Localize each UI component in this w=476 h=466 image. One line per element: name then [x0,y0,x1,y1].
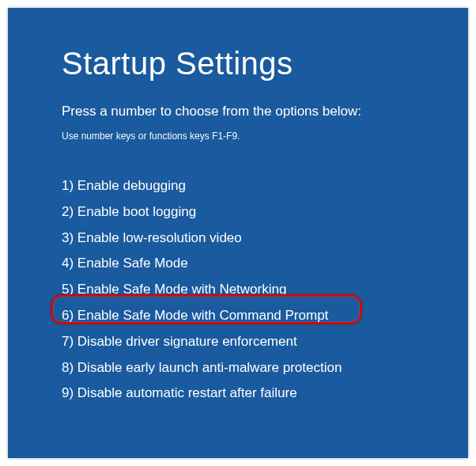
option-5-safe-mode-networking[interactable]: 5) Enable Safe Mode with Networking [62,280,468,299]
options-list: 1) Enable debugging 2) Enable boot loggi… [62,176,468,403]
option-2-boot-logging[interactable]: 2) Enable boot logging [62,203,468,222]
option-1-debugging[interactable]: 1) Enable debugging [62,176,468,195]
option-3-low-resolution[interactable]: 3) Enable low-resolution video [62,229,468,248]
hint-text: Use number keys or functions keys F1-F9. [62,131,468,142]
option-8-disable-antimalware[interactable]: 8) Disable early launch anti-malware pro… [62,358,468,377]
option-6-safe-mode-cmd[interactable]: 6) Enable Safe Mode with Command Prompt [62,306,468,325]
option-4-safe-mode[interactable]: 4) Enable Safe Mode [62,254,468,273]
page-title: Startup Settings [62,46,468,81]
option-9-disable-auto-restart[interactable]: 9) Disable automatic restart after failu… [62,384,468,403]
page-subtitle: Press a number to choose from the option… [62,104,468,119]
startup-settings-screen: Startup Settings Press a number to choos… [8,8,468,458]
option-7-disable-driver-sig[interactable]: 7) Disable driver signature enforcement [62,332,468,351]
